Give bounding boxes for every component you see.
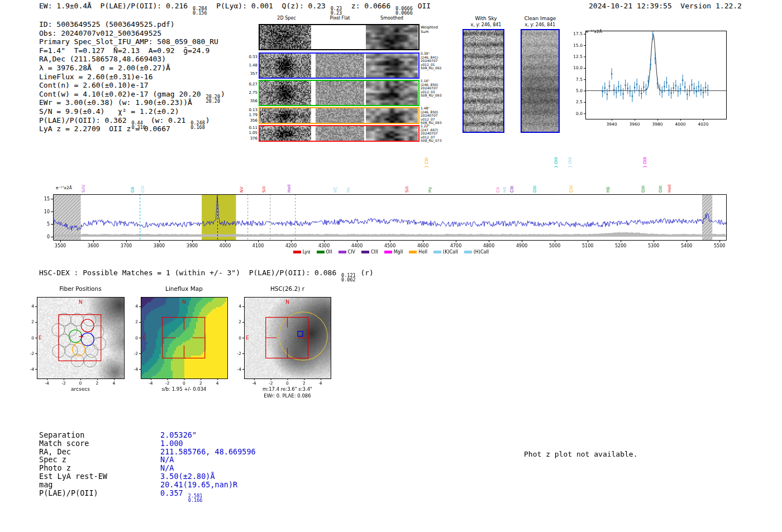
match-value-uncertainty: 2.5810.166 [188,493,203,502]
hsc-image-panel [230,294,339,393]
match-row: Est LyA rest-EW3.50(±2.80)Å [39,472,256,481]
hsc-header-err-lo: 0.062 [341,277,356,282]
row-pixelflat-image [316,54,364,78]
row-2dspec-image [260,126,311,141]
legend-label: OII [326,250,332,255]
legend-label: (K)CaII [443,250,458,255]
row-annotation-line: 508_RU_093 [421,94,446,98]
row-pixelflat-image [316,81,364,105]
match-row: P(LAE)/P(OII)0.357 2.5810.166 [39,489,256,497]
match-row-label: Separation [39,431,160,439]
match-row: RA, Dec211.585766, 48.669596 [39,448,256,456]
legend-item: CIII [361,250,378,255]
legend-item: OII [317,250,332,255]
match-value-text: N/A [160,463,174,472]
row-2dspec-image [260,81,311,105]
clean-image-xy: x, y: 246, 841 [517,22,564,27]
legend-label: MgII [394,250,403,255]
row-stat: 0.27 [235,80,258,89]
fiber-positions-panel [22,294,132,393]
weighted-sum-label: WeightedSum [421,26,438,34]
row-left-stats: 0.272.75356 [235,80,258,106]
row-pixelflat-image [316,108,364,123]
match-row-value: N/A [160,464,174,472]
row-left-stats: 0.111.05376 [235,126,258,141]
match-row-value: 3.50(±2.80)Å [160,472,215,481]
legend-label: (H)CaII [474,250,489,255]
row-stat: 2.75 [235,89,258,97]
row-stat: 0.33 [235,53,258,61]
legend-swatch [317,251,325,253]
match-row-value: 20.41(19.65,nan)R [160,481,237,489]
row-smoothed-image [366,108,418,123]
photz-note: Phot z plot not available. [524,450,638,459]
row-stat: 1.48 [235,61,258,70]
legend-item: Lyα [293,250,311,255]
match-value-text: 1.000 [160,439,183,448]
match-row-label: Spec z [39,456,160,464]
match-value-text: 0.357 [160,488,188,497]
fiber-positions-xlabel: arcsecs [37,386,124,392]
legend-swatch [293,251,301,253]
row-smoothed-image [366,126,418,141]
row-annotation-line: 508_RU_092 [421,66,446,70]
match-value-err-lo: 0.166 [188,498,203,502]
lineflux-map-title: Lineflux Map [141,285,227,292]
hsc-match-header: HSC-DEX : Possible Matches = 1 (within +… [39,269,374,282]
row-stat: 376 [235,136,258,141]
legend-label: HeII [418,250,427,255]
match-row-value: N/A [160,456,174,464]
row-annotation-line: 508_RU_073 [421,139,446,143]
with-sky-title: With Sky [458,16,514,21]
legend-swatch [338,251,346,253]
legend-item: HeII [409,250,427,255]
spectrum-legend: LyαOIICIVCIIIMgIIHeII(K)CaII(H)CaII [235,250,547,255]
match-value-text: 20.41(19.65,nan)R [160,480,237,489]
match-value-text: 211.585766, 48.669596 [160,447,256,456]
legend-swatch [361,251,369,253]
legend-swatch [384,251,392,253]
hsc-image-title: HSC(26.2) r [244,285,331,292]
match-row-label: Match score [39,439,160,448]
clean-image-title: Clean Image [517,16,564,21]
match-row-value: 211.585766, 48.669596 [160,448,256,456]
row-annotation: 1.48"(246, 850)20240707v012_07508_RU_093 [421,107,446,125]
match-row: mag20.41(19.65,nan)R [39,481,256,489]
match-row: Separation2.05326" [39,431,256,439]
lineflux-map-panel [126,294,236,393]
row-left-stats: 0.131.79356 [235,108,258,123]
row-pixelflat-image [316,126,364,141]
line-fit-plot [570,27,732,133]
row-stat: 356 [235,118,258,123]
row-left-stats: 0.331.48357 [235,53,258,78]
match-row-label: Est LyA rest-EW [39,472,160,481]
row-smoothed-image [366,54,418,78]
match-row-value: 2.05326" [160,431,197,439]
match-value-text: N/A [160,455,174,464]
legend-label: CIV [348,250,355,255]
weighted-sum-label-line: Sum [421,30,438,35]
legend-label: Lyα [303,250,311,255]
row-stat: 1.05 [235,131,258,136]
with-sky-xy: x, y: 246, 841 [458,22,514,27]
legend-item: (H)CaII [464,250,489,255]
legend-label: CIII [371,250,378,255]
weighted-smoothed-image [366,25,418,49]
row-annotation: 0.39"(246, 841)20240707v012_01508_RU_092 [421,52,446,70]
hsc-image-xlabel: m:17.4 re:3.6" s:3.4" [244,386,331,392]
hsc-header-uncertainty: 0.1210.062 [341,273,356,282]
match-row: Match score1.000 [39,439,256,448]
full-spectrum-plot [34,189,737,250]
hsc-header-text: (r) [356,269,374,277]
hsc-image-xlabel2: EWr: 0. PLAE: 0.086 [244,393,331,399]
row-2dspec-image [260,108,311,123]
match-row-label: mag [39,481,160,489]
row-stat: 1.79 [235,113,258,118]
legend-swatch [464,251,472,253]
legend-item: MgII [384,250,403,255]
row-smoothed-image [366,81,418,105]
weighted-2dspec-image [260,25,311,49]
match-table: Separation2.05326"Match score1.000RA, De… [39,431,256,497]
legend-item: (K)CaII [433,250,458,255]
with-sky-image [464,30,503,132]
